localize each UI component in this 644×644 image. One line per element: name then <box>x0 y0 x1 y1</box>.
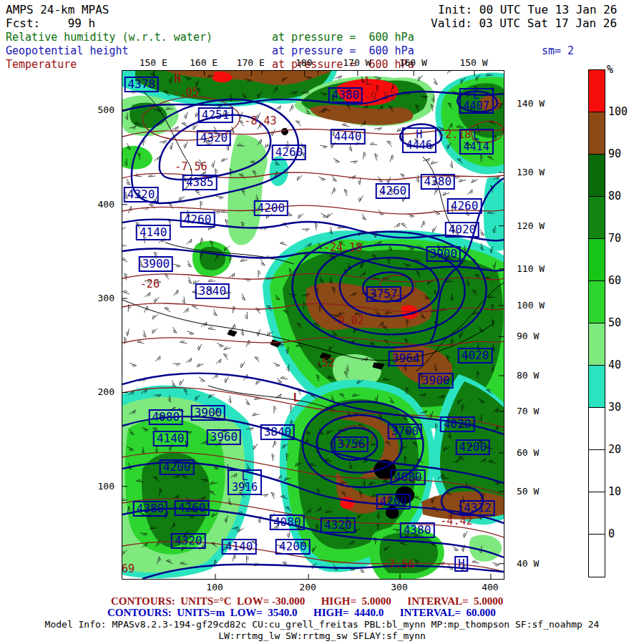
colorbar-unit: % <box>607 63 613 76</box>
height-contour-label: 3900 <box>191 405 226 421</box>
height-contour-label: 4251 <box>198 107 233 123</box>
axis-tick-label: 140 W <box>517 99 545 108</box>
height-contour-label: H <box>454 556 469 572</box>
axis-tick-label: 110 W <box>517 263 545 273</box>
height-contour-label: 4380 <box>328 87 364 103</box>
temperature-label: -24.18 <box>323 243 362 253</box>
colorbar-tick-label: 60 <box>608 275 621 286</box>
height-contour-label: 4320 <box>124 187 159 203</box>
axis-tick-label: 120 W <box>517 220 545 230</box>
colorbar-tick-label: 50 <box>608 318 621 328</box>
height-contour-label: 4320 <box>171 533 206 549</box>
axis-tick-label: 70 W <box>517 406 539 415</box>
valid-time: Valid: 03 UTC Sat 17 Jan 26 <box>431 18 617 29</box>
temperature-label: L <box>293 392 300 404</box>
temperature-label: -26 <box>140 279 160 290</box>
temperature-label: -.05 <box>172 87 198 97</box>
map-panel: 4378H-.054251-8.4343204260-7.56438543204… <box>122 70 504 580</box>
field-hgt-name: Geopotential height <box>6 46 129 57</box>
temperature-label: L <box>364 76 371 87</box>
colorbar-segment <box>589 155 605 197</box>
height-contour-label: 4020 <box>458 348 493 364</box>
axis-tick-label: 100 W <box>517 301 545 310</box>
temperature-label: -9.52 <box>364 91 396 102</box>
colorbar-segment <box>589 197 605 239</box>
height-center-label: L3916 <box>228 469 262 495</box>
weather-plot-page: AMPS 24-km MPAS Fcst: 99 h Init: 00 UTC … <box>0 0 644 644</box>
axis-tick-label: 200 <box>299 582 316 592</box>
height-contour-label: 4260 <box>376 183 411 199</box>
temperature-label: H <box>174 73 181 84</box>
height-contour-label: 4378 <box>124 77 159 92</box>
height-contour-label: 3960 <box>207 429 242 445</box>
axis-tick-label: 100 <box>206 582 223 592</box>
height-contour-label: 4140 <box>153 431 188 447</box>
axis-tick-label: 180 <box>296 58 312 67</box>
height-contour-label: 3900 <box>426 246 462 262</box>
height-contour-label: 4260 <box>175 500 210 516</box>
height-contour-label: 3700 <box>388 424 423 439</box>
height-contour-label: 4200 <box>376 494 411 509</box>
colorbar-tick-label: 100 <box>608 107 628 117</box>
colorbar-segment <box>589 535 605 577</box>
height-contour-label: 3964 <box>389 351 424 366</box>
axis-tick-label: 500 <box>82 104 114 114</box>
height-contour-label: 4140 <box>136 225 171 240</box>
height-center-label: L4414 <box>459 129 494 155</box>
height-contour-label: 4080 <box>270 514 305 530</box>
temperature-label: -7.56 <box>382 560 414 570</box>
height-contour-label: 3840 <box>260 424 296 440</box>
height-contour-label: 3900 <box>419 373 454 389</box>
axis-tick-label: 300 <box>82 293 114 303</box>
axis-tick-label: 400 <box>482 582 498 592</box>
pressure-center-value: 4407 <box>464 101 489 112</box>
axis-tick-label: 40 W <box>517 558 539 567</box>
height-contour-label: 4200 <box>456 439 491 455</box>
axis-tick-label: 150 E <box>140 58 167 67</box>
height-contour-label: 4320 <box>321 517 356 533</box>
contour-labels-layer: 4378H-.054251-8.4343204260-7.56438543204… <box>122 71 504 579</box>
forecast-hour: Fcst: 99 h <box>6 18 95 29</box>
temperature-contour-legend: CONTOURS: UNITS=°C LOW= -30.000 HIGH= 5.… <box>111 596 503 607</box>
axis-tick-label: 400 <box>82 199 114 208</box>
colorbar-tick-label: 70 <box>608 233 621 244</box>
height-contour-label: 3900 <box>139 256 174 272</box>
axis-tick-label: 200 <box>82 387 114 396</box>
height-contour-label: 4200 <box>254 200 289 216</box>
colorbar-tick-label: 80 <box>608 191 621 202</box>
axis-tick-label: 300 <box>391 582 407 592</box>
temperature-label: -7.56 <box>175 162 207 172</box>
temperature-label: -8.43 <box>244 116 276 127</box>
height-contour-label: 4200 <box>160 459 195 475</box>
field-hgt-level: at pressure = 600 hPa <box>272 46 414 57</box>
colorbar-tick-label: 10 <box>608 487 621 497</box>
colorbar-segment <box>589 323 605 366</box>
model-info-line2: LW:rrtmg_lw SW:rrtmg_sw SFLAY:sf_mynn <box>0 631 644 640</box>
height-contour-label: 4385 <box>182 175 218 190</box>
axis-tick-label: 130 W <box>517 167 545 177</box>
colorbar-tick-label: 20 <box>608 444 621 455</box>
axis-tick-label: 100 <box>82 481 114 490</box>
rh-colorbar <box>588 69 605 577</box>
colorbar-tick-label: 0 <box>608 529 615 540</box>
colorbar-segment <box>589 450 605 492</box>
colorbar-segment <box>589 239 605 281</box>
axis-tick-label: 90 W <box>517 331 539 341</box>
axis-tick-label: 150 W <box>459 58 487 67</box>
height-contour-label: 4380 <box>421 174 456 190</box>
colorbar-segment <box>589 281 605 323</box>
colorbar-tick-label: 40 <box>608 360 621 371</box>
model-info-line1: Model Info: MPASv8.2.3-194-gf29cd82c CU:… <box>0 620 644 629</box>
colorbar-tick-label: 90 <box>608 149 621 160</box>
field-rh-level: at pressure = 600 hPa <box>272 32 414 43</box>
temperature-label: 69 <box>122 563 135 574</box>
axis-tick-label: 80 W <box>517 371 539 380</box>
axis-tick-label: 50 W <box>517 486 539 495</box>
axis-tick-label: 160 W <box>399 58 427 67</box>
pressure-center-value: 4414 <box>464 142 489 152</box>
axis-tick-label: 170 W <box>343 58 371 67</box>
height-contour-legend: CONTOURS: UNITS=m LOW= 3540.0 HIGH= 4440… <box>107 608 496 618</box>
smoothing-label: sm= 2 <box>542 46 574 57</box>
height-contour-label: 4320 <box>197 130 232 146</box>
height-center-label: L4407 <box>459 88 494 114</box>
